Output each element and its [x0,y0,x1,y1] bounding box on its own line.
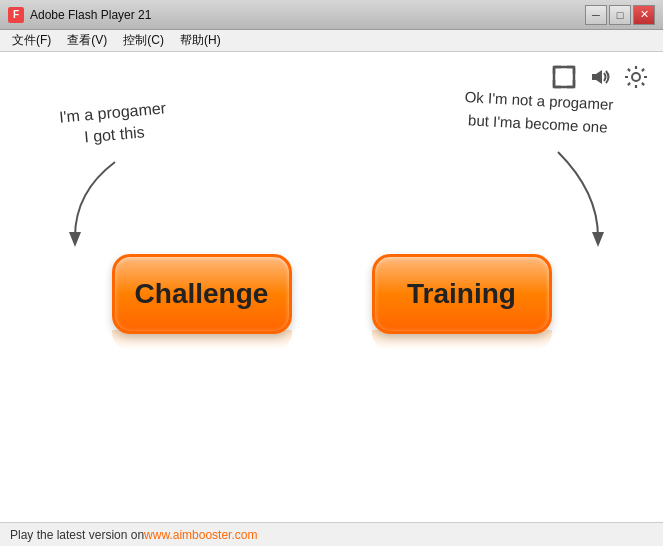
buttons-container: Challenge Training [112,254,552,350]
menu-help[interactable]: 帮助(H) [172,30,229,51]
handwritten-text-right: Ok I'm not a progamer but I'ma become on… [463,86,614,139]
flash-content-area: I'm a progamer I got this Ok I'm not a p… [0,52,663,522]
challenge-btn-wrapper: Challenge [112,254,292,350]
settings-icon[interactable] [623,64,649,96]
menu-view[interactable]: 查看(V) [59,30,115,51]
svg-rect-0 [554,67,574,87]
svg-point-2 [632,73,640,81]
sound-icon[interactable] [587,64,613,96]
handwritten-text-left: I'm a progamer I got this [58,97,169,151]
challenge-button[interactable]: Challenge [112,254,292,334]
window-controls: ─ □ ✕ [585,5,655,25]
svg-marker-1 [592,70,602,84]
maximize-button[interactable]: □ [609,5,631,25]
training-btn-wrapper: Training [372,254,552,350]
arrow-left [55,152,145,252]
svg-marker-4 [592,232,604,247]
training-button[interactable]: Training [372,254,552,334]
status-text: Play the latest version on [10,528,144,542]
title-bar: F Adobe Flash Player 21 ─ □ ✕ [0,0,663,30]
app-icon: F [8,7,24,23]
menu-bar: 文件(F) 查看(V) 控制(C) 帮助(H) [0,30,663,52]
arrow-right [528,142,618,252]
minimize-button[interactable]: ─ [585,5,607,25]
svg-marker-3 [69,232,81,247]
status-bar: Play the latest version on www.aimbooste… [0,522,663,546]
menu-control[interactable]: 控制(C) [115,30,172,51]
menu-file[interactable]: 文件(F) [4,30,59,51]
close-button[interactable]: ✕ [633,5,655,25]
aimbooster-link[interactable]: www.aimbooster.com [144,528,257,542]
window-title: Adobe Flash Player 21 [30,8,585,22]
